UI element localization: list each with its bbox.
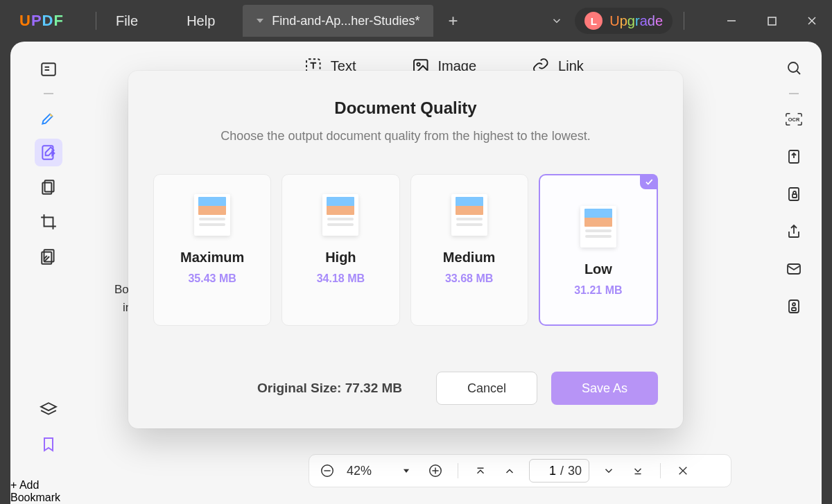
divider: [660, 463, 661, 478]
avatar: L: [584, 12, 603, 30]
divider: [458, 463, 458, 478]
watermark-tool-icon[interactable]: [35, 243, 62, 270]
reader-tool-icon[interactable]: [35, 55, 62, 83]
doc-thumb-icon: [451, 194, 487, 236]
crop-tool-icon[interactable]: [35, 208, 62, 236]
minimize-button[interactable]: [711, 0, 752, 42]
svg-rect-23: [792, 194, 797, 198]
dialog-subtitle: Choose the output document quality from …: [153, 129, 658, 144]
logo-letter: F: [53, 12, 63, 30]
edit-tool-icon[interactable]: [35, 139, 62, 166]
close-bar-icon[interactable]: [673, 461, 693, 480]
add-bookmark-button[interactable]: + Add Bookmark: [10, 479, 87, 504]
layers-icon[interactable]: [35, 396, 62, 424]
tab-bar: Find-and-Ap...her-Studies* +: [243, 5, 465, 37]
dialog-footer: Original Size: 77.32 MB Cancel Save As: [153, 372, 658, 405]
quality-option-high[interactable]: High 34.18 MB: [281, 174, 399, 326]
upgrade-label: Upgrade: [609, 13, 663, 29]
window-controls: [711, 0, 832, 42]
titlebar: U P D F File Help Find-and-Ap...her-Stud…: [0, 0, 832, 42]
tab-menu-icon[interactable]: [257, 19, 263, 23]
right-sidebar: OCR: [766, 42, 822, 504]
option-label: Maximum: [180, 250, 244, 266]
highlighter-tool-icon[interactable]: [35, 104, 62, 132]
next-page-icon[interactable]: [599, 461, 618, 480]
divider: [44, 93, 53, 94]
zoom-dropdown-icon[interactable]: [397, 461, 416, 480]
tab-title: Find-and-Ap...her-Studies*: [272, 14, 419, 28]
divider: [789, 93, 799, 94]
quality-options: Maximum 35.43 MB High 34.18 MB Medium 33…: [153, 174, 658, 326]
upgrade-button[interactable]: L Upgrade: [575, 8, 673, 34]
logo-letter: P: [31, 12, 42, 30]
page-indicator[interactable]: / 30: [529, 459, 589, 483]
new-tab-button[interactable]: +: [440, 8, 465, 33]
checkmark-icon: [640, 174, 658, 189]
menu-file[interactable]: File: [116, 13, 138, 29]
svg-rect-1: [768, 17, 776, 25]
page-current-input[interactable]: [537, 464, 556, 478]
cancel-button[interactable]: Cancel: [436, 372, 537, 405]
zoom-value[interactable]: 42%: [347, 464, 387, 478]
print-icon[interactable]: [781, 294, 806, 319]
logo-letter: U: [19, 12, 31, 30]
option-size: 34.18 MB: [317, 272, 365, 285]
doc-thumb-icon: [194, 194, 230, 236]
original-size-label: Original Size: 77.32 MB: [257, 381, 402, 396]
option-size: 31.21 MB: [574, 284, 622, 297]
zoom-in-icon[interactable]: [426, 461, 445, 480]
logo-letter: D: [42, 12, 54, 30]
menu-help[interactable]: Help: [187, 13, 215, 29]
tabs-dropdown-icon[interactable]: [548, 12, 565, 29]
option-size: 35.43 MB: [188, 272, 236, 285]
svg-marker-14: [41, 403, 56, 410]
share-icon[interactable]: [781, 219, 806, 244]
protect-icon[interactable]: [781, 182, 806, 207]
svg-point-18: [788, 62, 798, 72]
app-logo: U P D F: [19, 12, 64, 30]
doc-thumb-icon: [322, 194, 358, 236]
prev-page-icon[interactable]: [500, 461, 519, 480]
first-page-icon[interactable]: [471, 461, 490, 480]
last-page-icon[interactable]: [628, 461, 648, 480]
doc-thumb-icon: [580, 206, 616, 247]
bookmark-icon[interactable]: [35, 431, 62, 458]
page-total: 30: [568, 464, 582, 478]
maximize-button[interactable]: [752, 0, 792, 42]
svg-rect-4: [42, 63, 55, 75]
page-sep: /: [560, 464, 564, 478]
left-sidebar: + Add Bookmark: [10, 42, 87, 504]
svg-rect-27: [792, 308, 796, 311]
divider: [684, 12, 684, 30]
quality-option-maximum[interactable]: Maximum 35.43 MB: [153, 174, 271, 326]
document-quality-dialog: Document Quality Choose the output docum…: [128, 71, 683, 428]
menu-bar: File Help: [116, 13, 215, 29]
option-label: High: [325, 250, 356, 266]
zoom-toolbar: 42% / 30: [309, 454, 731, 487]
option-label: Low: [584, 261, 612, 277]
svg-point-26: [792, 303, 795, 306]
option-size: 33.68 MB: [445, 272, 493, 285]
close-button[interactable]: [792, 0, 832, 42]
svg-text:OCR: OCR: [788, 116, 800, 123]
search-icon[interactable]: [781, 55, 806, 80]
email-icon[interactable]: [781, 257, 806, 281]
pages-tool-icon[interactable]: [35, 173, 62, 201]
ocr-icon[interactable]: OCR: [781, 107, 806, 132]
svg-marker-30: [404, 469, 409, 473]
dialog-title: Document Quality: [153, 98, 658, 118]
divider: [96, 12, 96, 30]
workspace: + Add Bookmark Bool int Text Image Link …: [10, 42, 822, 504]
convert-icon[interactable]: [781, 144, 806, 169]
document-tab[interactable]: Find-and-Ap...her-Studies*: [243, 5, 433, 37]
svg-line-19: [797, 71, 800, 74]
option-label: Medium: [443, 250, 496, 266]
svg-point-17: [417, 63, 419, 66]
save-as-button[interactable]: Save As: [551, 372, 658, 405]
zoom-out-icon[interactable]: [318, 461, 337, 480]
quality-option-medium[interactable]: Medium 33.68 MB: [410, 174, 528, 326]
quality-option-low[interactable]: Low 31.21 MB: [539, 174, 658, 326]
